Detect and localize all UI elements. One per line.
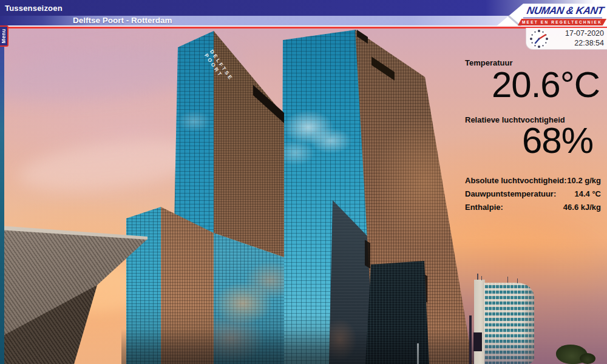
season-mode-label: Tussenseizoen (5, 4, 63, 13)
facade-vent (365, 240, 370, 269)
clock-icon (529, 29, 549, 49)
detail-value: 46.6 kJ/kg (563, 201, 601, 214)
weather-details: Absolute luchtvochtigheid: 10.2 g/kg Dau… (465, 174, 601, 214)
logo-underline (523, 18, 602, 19)
detail-label: Enthalpie: (465, 201, 503, 214)
hotel-tower-core (474, 280, 485, 364)
accent-divider (0, 27, 607, 29)
bms-dashboard: DELFTSE POORT Tussenseizoen Delftse Poor… (0, 0, 607, 364)
detail-row: Absolute luchtvochtigheid: 10.2 g/kg (465, 174, 601, 187)
page-title: Delftse Poort - Rotterdam (73, 16, 172, 25)
temperature-value: 20.6°C (492, 67, 600, 103)
logo-tagline-text: MEET EN REGELTECHNIEK (522, 20, 602, 24)
humidity-value: 68% (522, 123, 593, 159)
antenna-icon (481, 276, 482, 280)
antenna-icon (517, 278, 518, 283)
time-text: 22:38:54 (565, 39, 604, 49)
detail-row: Dauwpuntstemperatuur: 14.4 °C (465, 187, 601, 201)
street-shadow (121, 329, 476, 364)
date-text: 17-07-2020 (565, 29, 604, 39)
antenna-icon (477, 274, 478, 280)
tree-silhouette (580, 353, 595, 364)
logo-tagline-bar: MEET EN REGELTECHNIEK (518, 19, 606, 25)
detail-label: Absolute luchtvochtigheid: (465, 174, 567, 187)
detail-row: Enthalpie: 46.6 kJ/kg (465, 201, 601, 214)
detail-value: 14.4 °C (574, 187, 601, 201)
menu-tab[interactable]: Menu (0, 25, 8, 47)
detail-label: Dauwpuntstemperatuur: (465, 187, 556, 201)
menu-tab-label: Menu (1, 29, 7, 43)
datetime-panel: 17-07-2020 22:38:54 (526, 28, 607, 50)
street-pole (469, 315, 472, 364)
logo-brand-text: NUMAN & KANT (526, 5, 605, 17)
detail-value: 10.2 g/kg (567, 174, 601, 187)
antenna-icon (507, 277, 508, 283)
left-edge-strip (0, 28, 4, 364)
signal-box (473, 332, 482, 351)
hotel-tower-windows (484, 283, 534, 364)
